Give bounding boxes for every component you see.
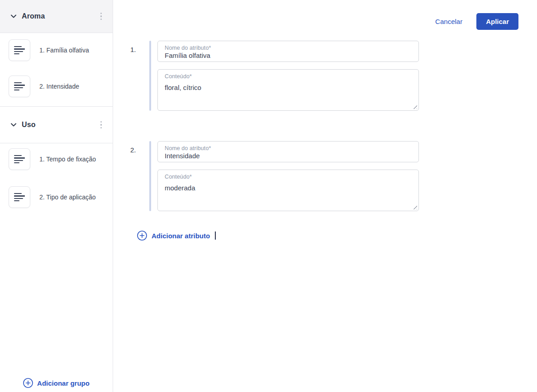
attribute-accent-bar bbox=[149, 41, 151, 111]
group-items-aroma: 1. Família olfativa 2. Intensidade bbox=[0, 33, 113, 106]
notes-icon bbox=[14, 46, 25, 55]
text-attribute-icon bbox=[9, 39, 30, 61]
add-attribute-label: Adicionar atributo bbox=[152, 232, 210, 240]
attribute-fields: Nome do atributo* Conteúdo* floral, cítr… bbox=[157, 41, 419, 111]
attribute-number: 1. bbox=[130, 41, 144, 111]
group-header-uso[interactable]: Uso bbox=[0, 106, 113, 143]
group-menu-button[interactable] bbox=[99, 11, 104, 22]
add-group-button[interactable]: Adicionar grupo bbox=[0, 378, 113, 388]
sidebar-item-label: 2. Tipo de aplicação bbox=[39, 194, 96, 201]
attribute-name-input[interactable] bbox=[165, 52, 414, 59]
add-group-label: Adicionar grupo bbox=[37, 379, 90, 387]
sidebar-item-label: 1. Família olfativa bbox=[39, 47, 89, 54]
editor-actions-bar: Cancelar Aplicar bbox=[113, 0, 537, 30]
attribute-block-2: 2. Nome do atributo* Conteúdo* moderada bbox=[130, 141, 537, 211]
text-attribute-icon bbox=[9, 186, 30, 208]
attribute-content-field: Conteúdo* floral, cítrico bbox=[157, 69, 419, 111]
text-cursor bbox=[215, 231, 216, 240]
attribute-groups-sidebar: Aroma 1. Família olfativa 2. Intensidade… bbox=[0, 0, 113, 392]
attribute-block-1: 1. Nome do atributo* Conteúdo* floral, c… bbox=[130, 41, 537, 111]
notes-icon bbox=[14, 155, 25, 164]
plus-circle-icon bbox=[23, 378, 33, 388]
group-menu-button[interactable] bbox=[99, 119, 104, 131]
sidebar-item-tempo-de-fixacao[interactable]: 1. Tempo de fixação bbox=[9, 148, 105, 170]
group-header-aroma[interactable]: Aroma bbox=[0, 0, 113, 33]
attribute-content-textarea[interactable]: moderada bbox=[165, 184, 415, 208]
cancel-button[interactable]: Cancelar bbox=[435, 18, 462, 25]
add-attribute-button[interactable]: Adicionar atributo bbox=[137, 231, 537, 241]
attribute-content-textarea[interactable]: floral, cítrico bbox=[165, 84, 415, 108]
attribute-content-field: Conteúdo* moderada bbox=[157, 170, 419, 211]
attribute-name-label: Nome do atributo* bbox=[165, 45, 211, 51]
apply-button[interactable]: Aplicar bbox=[476, 13, 518, 30]
attribute-content-label: Conteúdo* bbox=[165, 73, 192, 80]
attribute-content-label: Conteúdo* bbox=[165, 174, 192, 180]
sidebar-item-label: 2. Intensidade bbox=[39, 83, 79, 90]
chevron-down-icon[interactable] bbox=[11, 14, 16, 18]
plus-circle-icon bbox=[137, 231, 147, 241]
chevron-down-icon[interactable] bbox=[11, 123, 16, 127]
group-items-uso: 1. Tempo de fixação 2. Tipo de aplicação bbox=[0, 143, 113, 217]
group-title: Aroma bbox=[22, 12, 45, 20]
text-attribute-icon bbox=[9, 76, 30, 97]
group-title: Uso bbox=[22, 121, 36, 129]
attribute-accent-bar bbox=[149, 141, 151, 211]
text-attribute-icon bbox=[9, 148, 30, 170]
attribute-name-field: Nome do atributo* bbox=[157, 141, 419, 162]
sidebar-item-label: 1. Tempo de fixação bbox=[39, 156, 96, 163]
attribute-name-input[interactable] bbox=[165, 152, 414, 160]
attribute-fields: Nome do atributo* Conteúdo* moderada bbox=[157, 141, 419, 211]
attribute-editor-panel: Cancelar Aplicar 1. Nome do atributo* Co… bbox=[113, 0, 537, 392]
attribute-name-label: Nome do atributo* bbox=[165, 145, 211, 151]
attribute-number: 2. bbox=[130, 141, 144, 211]
notes-icon bbox=[14, 193, 25, 202]
sidebar-item-familia-olfativa[interactable]: 1. Família olfativa bbox=[9, 39, 105, 61]
attribute-name-field: Nome do atributo* bbox=[157, 41, 419, 62]
sidebar-item-tipo-de-aplicacao[interactable]: 2. Tipo de aplicação bbox=[9, 186, 105, 208]
sidebar-item-intensidade[interactable]: 2. Intensidade bbox=[9, 76, 105, 97]
notes-icon bbox=[14, 82, 25, 91]
